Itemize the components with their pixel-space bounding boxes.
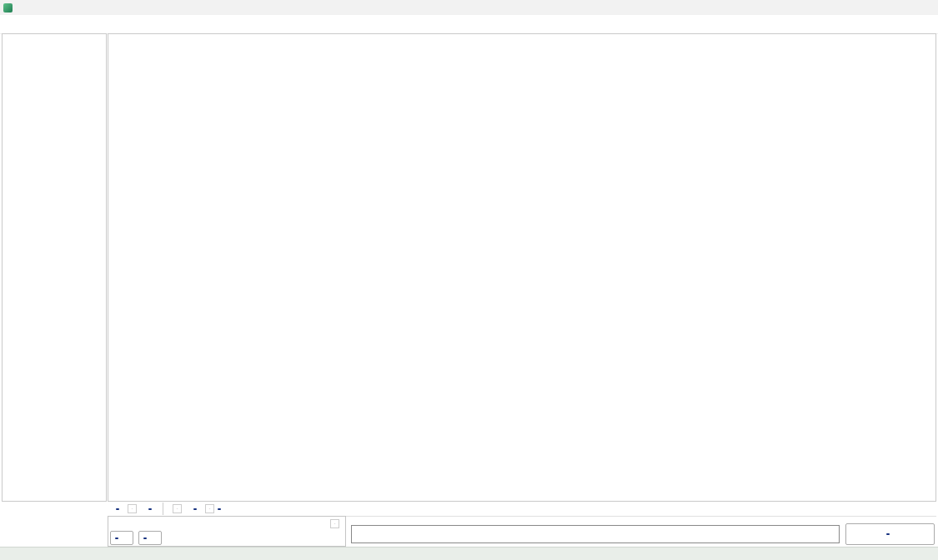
file-panel: ·	[108, 516, 346, 547]
scale-key-badge	[193, 508, 197, 510]
plot-canvas[interactable]	[108, 34, 935, 501]
maximize-button[interactable]	[898, 0, 918, 15]
graphs-dropdown-icon[interactable]: ·	[128, 504, 137, 513]
tab-bar	[0, 15, 938, 34]
rate-key-badge	[148, 508, 152, 510]
window-controls	[878, 0, 938, 15]
graph-controls-bar: · · ·	[108, 502, 936, 517]
app-icon	[3, 3, 13, 12]
status-bar	[0, 547, 938, 560]
controls-divider	[163, 502, 163, 515]
scale-dropdown-icon[interactable]: ·	[205, 504, 214, 513]
title-bar	[0, 0, 938, 16]
import-key-badge	[143, 538, 147, 539]
tags-key-badge	[218, 508, 221, 510]
rate-dropdown-icon[interactable]: ·	[173, 504, 182, 513]
import-button[interactable]	[138, 531, 162, 545]
start-button[interactable]	[845, 523, 935, 545]
file2-input[interactable]	[351, 525, 840, 543]
export-key-badge	[115, 538, 118, 539]
parameter-sidebar	[2, 33, 107, 502]
close-button[interactable]	[918, 0, 938, 15]
minimize-button[interactable]	[878, 0, 898, 15]
start-key-badge	[886, 533, 890, 535]
export-button[interactable]	[110, 531, 133, 545]
graph-panel	[108, 33, 936, 502]
file-dropdown-icon[interactable]: ·	[330, 519, 339, 528]
graphs-key-badge	[116, 508, 119, 510]
